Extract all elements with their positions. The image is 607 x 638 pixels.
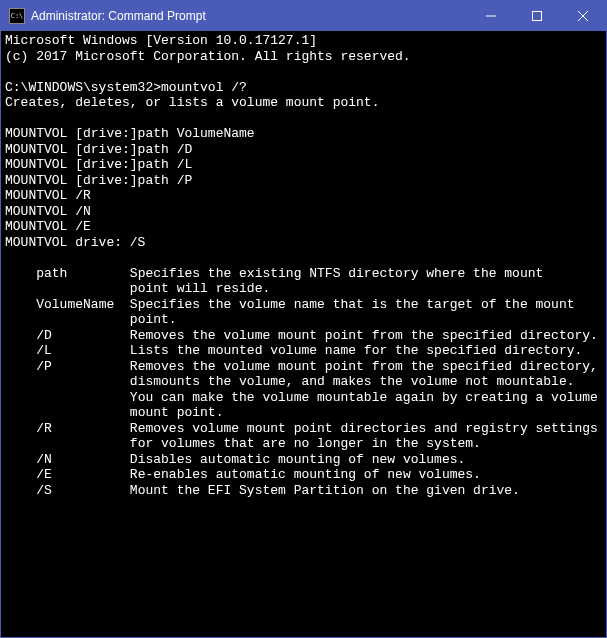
option-l: /L Lists the mounted volume name for the… [5,343,582,358]
usage-line: MOUNTVOL [drive:]path VolumeName [5,126,255,141]
option-p: dismounts the volume, and makes the volu… [5,374,575,389]
window-controls [468,1,606,31]
option-d: /D Removes the volume mount point from t… [5,328,598,343]
option-e: /E Re-enables automatic mounting of new … [5,467,481,482]
usage-line: MOUNTVOL drive: /S [5,235,145,250]
option-r: /R Removes volume mount point directorie… [5,421,598,436]
prompt-line: C:\WINDOWS\system32>mountvol /? [5,80,247,95]
svg-rect-1 [533,12,542,21]
window-title: Administrator: Command Prompt [31,9,468,23]
usage-line: MOUNTVOL /R [5,188,91,203]
option-r: for volumes that are no longer in the sy… [5,436,481,451]
option-p: You can make the volume mountable again … [5,390,598,405]
option-n: /N Disables automatic mounting of new vo… [5,452,465,467]
prompt-path: C:\WINDOWS\system32> [5,80,161,95]
cmd-icon: C:\ [9,8,25,24]
close-button[interactable] [560,1,606,31]
option-volumename: point. [5,312,177,327]
option-volumename: VolumeName Specifies the volume name tha… [5,297,575,312]
usage-line: MOUNTVOL /E [5,219,91,234]
copyright-line: (c) 2017 Microsoft Corporation. All righ… [5,49,411,64]
help-description: Creates, deletes, or lists a volume moun… [5,95,379,110]
usage-line: MOUNTVOL [drive:]path /P [5,173,192,188]
titlebar[interactable]: C:\ Administrator: Command Prompt [1,1,606,31]
os-version-line: Microsoft Windows [Version 10.0.17127.1] [5,33,317,48]
usage-line: MOUNTVOL [drive:]path /D [5,142,192,157]
option-path: point will reside. [5,281,270,296]
minimize-button[interactable] [468,1,514,31]
option-path: path Specifies the existing NTFS directo… [5,266,543,281]
option-p: mount point. [5,405,223,420]
option-s: /S Mount the EFI System Partition on the… [5,483,520,498]
usage-line: MOUNTVOL [drive:]path /L [5,157,192,172]
maximize-button[interactable] [514,1,560,31]
command-prompt-window: C:\ Administrator: Command Prompt Micros… [0,0,607,638]
option-p: /P Removes the volume mount point from t… [5,359,598,374]
prompt-command: mountvol /? [161,80,247,95]
usage-line: MOUNTVOL /N [5,204,91,219]
terminal-area[interactable]: Microsoft Windows [Version 10.0.17127.1]… [1,31,606,637]
